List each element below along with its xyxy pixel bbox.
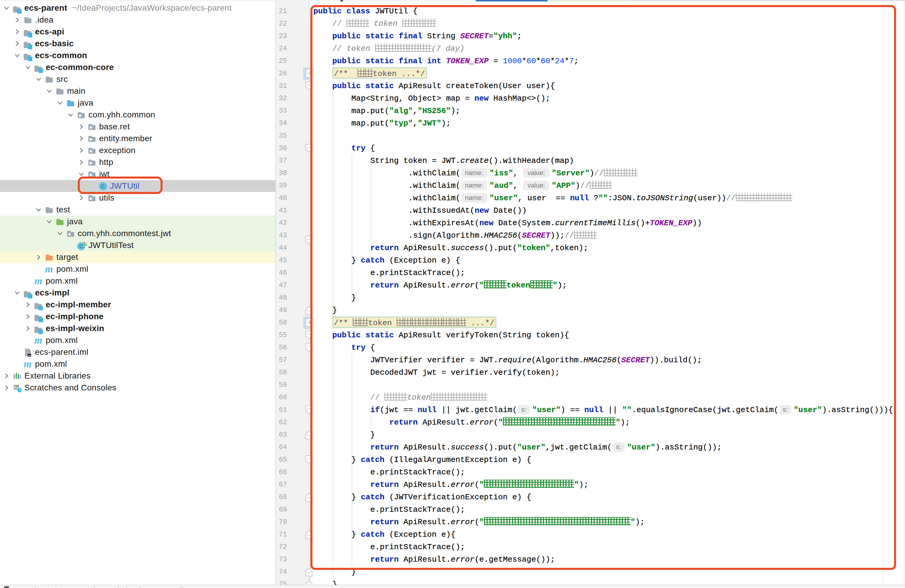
svg-text:C: C	[79, 244, 83, 249]
